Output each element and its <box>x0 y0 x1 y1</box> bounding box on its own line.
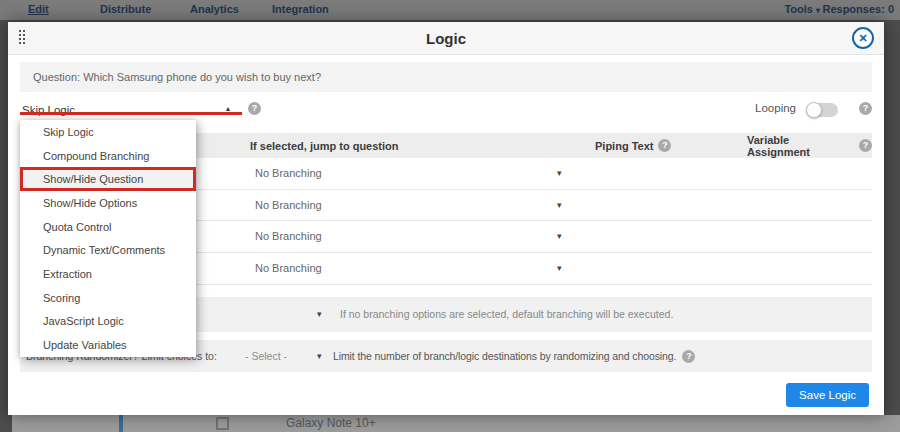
chevron-down-icon[interactable]: ▾ <box>557 158 562 189</box>
column-piping-label: Piping Text <box>595 140 653 152</box>
menu-item-dynamic-text-comments[interactable]: Dynamic Text/Comments <box>20 238 196 262</box>
answer-option-label: Galaxy Note 10+ <box>286 416 376 430</box>
menu-item-update-variables[interactable]: Update Variables <box>20 333 196 357</box>
save-logic-button[interactable]: Save Logic <box>786 383 869 407</box>
default-branching-note: If no branching options are selected, de… <box>340 297 673 332</box>
help-icon[interactable]: ? <box>658 139 671 152</box>
menu-item-skip-logic[interactable]: Skip Logic <box>20 120 196 144</box>
toggle-knob <box>806 102 822 118</box>
chevron-down-icon[interactable]: ▾ <box>557 221 562 252</box>
menu-item-quota-control[interactable]: Quota Control <box>20 215 196 239</box>
drag-handle-icon[interactable] <box>19 30 28 46</box>
nav-tab-integration[interactable]: Integration <box>272 3 329 15</box>
nav-tools-label: Tools <box>784 3 813 15</box>
nav-tab-edit[interactable]: Edit <box>28 3 49 15</box>
randomizer-note-text: Limit the number of branch/logic destina… <box>333 350 676 362</box>
randomizer-note: Limit the number of branch/logic destina… <box>333 340 695 372</box>
column-variable-label: Variable Assignment <box>747 134 854 158</box>
chevron-down-icon[interactable]: ▾ <box>317 297 322 332</box>
nav-tools-menu[interactable]: Tools▾ <box>784 3 820 15</box>
question-accent-bar <box>119 415 123 432</box>
menu-item-show-hide-question[interactable]: Show/Hide Question <box>20 167 196 191</box>
dimmed-page-background: Galaxy Note 10+ <box>12 415 900 432</box>
branching-select[interactable]: No Branching <box>255 253 322 284</box>
nav-tab-distribute[interactable]: Distribute <box>100 3 151 15</box>
help-icon[interactable]: ? <box>682 350 695 363</box>
chevron-down-icon[interactable]: ▾ <box>557 190 562 221</box>
help-icon[interactable]: ? <box>859 139 872 152</box>
modal-header: Logic ✕ <box>8 22 884 55</box>
looping-label: Looping <box>755 102 796 114</box>
nav-responses-count[interactable]: Responses: 0 <box>822 3 894 15</box>
modal-title: Logic <box>8 22 884 55</box>
randomizer-select[interactable]: - Select - <box>245 340 287 372</box>
help-icon[interactable]: ? <box>248 102 261 115</box>
logic-type-select[interactable]: Skip Logic ▴ <box>22 100 234 118</box>
chevron-down-icon: ▾ <box>816 6 820 15</box>
question-band: Question: Which Samsung phone do you wis… <box>20 62 872 92</box>
branching-select[interactable]: No Branching <box>255 221 322 252</box>
menu-item-show-hide-options[interactable]: Show/Hide Options <box>20 191 196 215</box>
column-piping-text: Piping Text ? <box>595 133 671 158</box>
menu-item-javascript-logic[interactable]: JavaScript Logic <box>20 310 196 334</box>
chevron-down-icon[interactable]: ▾ <box>557 253 562 284</box>
answer-option-checkbox[interactable] <box>216 417 229 430</box>
looping-toggle[interactable] <box>806 103 838 117</box>
branching-select[interactable]: No Branching <box>255 158 322 189</box>
column-jump-to-question: If selected, jump to question <box>250 133 399 158</box>
column-jump-label: If selected, jump to question <box>250 140 399 152</box>
chevron-down-icon[interactable]: ▾ <box>317 340 322 372</box>
nav-tab-analytics[interactable]: Analytics <box>190 3 239 15</box>
top-navbar: Edit Distribute Analytics Integration To… <box>0 0 900 20</box>
annotation-red-underline <box>20 112 242 115</box>
menu-item-extraction[interactable]: Extraction <box>20 262 196 286</box>
column-variable-assignment: Variable Assignment ? <box>747 133 872 158</box>
menu-item-scoring[interactable]: Scoring <box>20 286 196 310</box>
branching-select[interactable]: No Branching <box>255 190 322 221</box>
menu-item-compound-branching[interactable]: Compound Branching <box>20 144 196 168</box>
question-text: Question: Which Samsung phone do you wis… <box>20 62 872 92</box>
help-icon[interactable]: ? <box>859 102 872 115</box>
close-icon[interactable]: ✕ <box>852 27 874 49</box>
logic-type-dropdown-menu: Skip Logic Compound Branching Show/Hide … <box>20 120 196 357</box>
